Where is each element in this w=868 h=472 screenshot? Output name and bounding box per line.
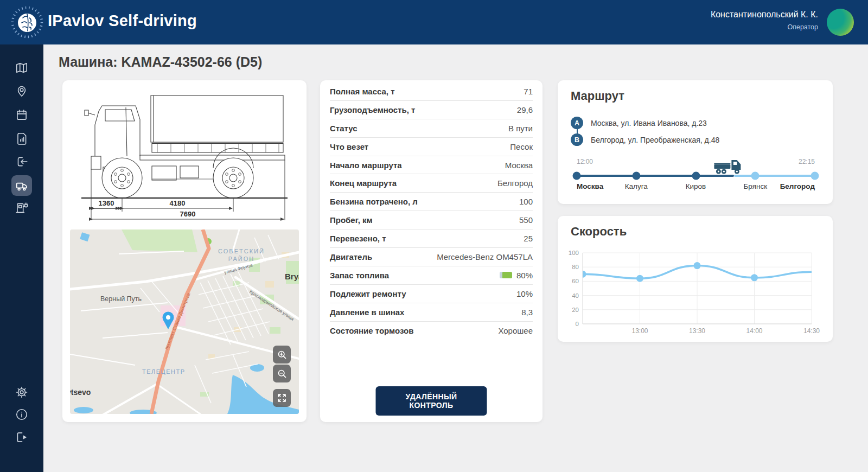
svg-text:Верный Путь: Верный Путь: [100, 295, 142, 303]
spec-row: Полная масса, т71: [330, 82, 533, 101]
route-timeline: [577, 171, 815, 180]
app-root: IPavlov Self-driving Константинопольский…: [0, 0, 868, 472]
route-stop-label: Калуга: [625, 182, 648, 190]
route-stop-label: Москва: [577, 182, 603, 190]
svg-text:vtsevo: vtsevo: [70, 388, 91, 397]
svg-text:100: 100: [569, 250, 579, 256]
avatar[interactable]: [827, 9, 854, 36]
location-pin-icon: [15, 84, 29, 98]
sidebar: [0, 44, 43, 472]
route-stop-dot: [692, 172, 700, 180]
route-marker-a: A: [571, 117, 583, 129]
route-remaining-line: [734, 175, 815, 177]
map-fullscreen-button[interactable]: [273, 389, 291, 407]
svg-text:Brya: Brya: [285, 272, 299, 281]
sidebar-item-reports[interactable]: [15, 131, 29, 145]
svg-text:РАЙОН: РАЙОН: [228, 256, 254, 262]
sidebar-item-vehicles[interactable]: [11, 175, 32, 196]
spec-value: 8,3: [521, 308, 533, 317]
svg-text:13:30: 13:30: [689, 327, 705, 335]
spec-row: СтатусВ пути: [330, 119, 533, 138]
spec-value: 25: [524, 234, 533, 243]
route-point-b: B Белгород, ул. Преображенская, д.48: [571, 133, 719, 146]
vehicle-card: 1360 4180 7690: [62, 80, 307, 422]
info-icon: [15, 407, 29, 422]
route-timeline-labels: МоскваКалугаКировБрянскБелгород: [577, 182, 815, 192]
zoom-out-icon: [276, 368, 288, 379]
spec-value: 80%: [500, 271, 533, 280]
svg-text:ТЕЛЕЦЕНТР: ТЕЛЕЦЕНТР: [142, 368, 186, 375]
truck-progress-icon: [713, 158, 742, 176]
svg-text:СОВЕТСКИЙ: СОВЕТСКИЙ: [218, 248, 265, 254]
user-name: Константинопольский К. К.: [711, 10, 818, 20]
route-stop-dot: [573, 172, 581, 180]
spec-value: 100: [519, 197, 533, 206]
sidebar-item-location[interactable]: [15, 84, 29, 98]
sidebar-item-info[interactable]: [15, 407, 29, 422]
route-stop-label: Брянск: [743, 182, 767, 190]
app-title: IPavlov Self-driving: [48, 12, 197, 30]
svg-text:1360: 1360: [99, 199, 114, 207]
sidebar-item-settings[interactable]: [15, 385, 29, 399]
spec-value: Москва: [505, 161, 533, 170]
route-address-a: Москва, ул. Ивана Иванова, д.23: [591, 119, 707, 127]
svg-text:13:00: 13:00: [631, 327, 648, 335]
zoom-in-icon: [276, 349, 288, 360]
spec-row: Давление в шинах8,3: [330, 303, 533, 322]
map-graphic: улица Фрунзе Красноармейская улица просп…: [70, 229, 299, 414]
spec-value: Хорошее: [498, 326, 533, 335]
app-header: IPavlov Self-driving Константинопольский…: [0, 0, 868, 44]
svg-text:80: 80: [572, 264, 579, 270]
spec-row: Перевезено, т25: [330, 229, 533, 248]
route-stop-label: Киров: [686, 182, 706, 190]
route-card: Маршрут A Москва, ул. Ивана Иванова, д.2…: [558, 80, 833, 204]
spec-label: Что везет: [330, 142, 368, 151]
route-timeline-times: 12:00 22:15: [577, 158, 815, 165]
speed-card: Скорость 02040608010013:0013:3014:0014:3…: [558, 216, 833, 342]
speed-chart: 02040608010013:0013:3014:0014:30: [566, 246, 827, 339]
spec-label: Запас топлива: [330, 271, 389, 280]
svg-text:0: 0: [576, 321, 579, 327]
spec-value: Белгород: [497, 178, 533, 188]
spec-row: Бензина потрачено, л100: [330, 193, 533, 211]
report-file-icon: [15, 131, 29, 145]
svg-text:20: 20: [572, 307, 579, 313]
route-stop-dot: [811, 172, 819, 180]
spec-row: ДвигательMercedes-Benz OM457LA: [330, 248, 533, 266]
spec-row: Начало маршрутаМосква: [330, 156, 533, 175]
svg-text:60: 60: [572, 278, 579, 284]
spec-row: Грузоподъемность, т29,6: [330, 101, 533, 119]
login-icon: [15, 155, 29, 169]
spec-row: Пробег, км550: [330, 211, 533, 229]
specs-card: Полная масса, т71Грузоподъемность, т29,6…: [320, 80, 542, 422]
spec-label: Грузоподъемность, т: [330, 105, 415, 114]
spec-row: Подлежит ремонту10%: [330, 285, 533, 303]
spec-row: Запас топлива80%: [330, 266, 533, 285]
map-icon: [15, 61, 29, 75]
svg-text:14:30: 14:30: [803, 327, 820, 335]
sidebar-item-map[interactable]: [15, 61, 29, 75]
page-title: Машина: KAMAZ-43502-66 (D5): [59, 54, 262, 70]
map-zoom-out-button[interactable]: [273, 365, 291, 382]
remote-control-button[interactable]: УДАЛЁННЫЙ КОНТРОЛЬ: [376, 386, 487, 416]
route-address-b: Белгород, ул. Преображенская, д.48: [591, 136, 719, 144]
route-stop-dot: [632, 172, 640, 180]
speed-card-title: Скорость: [571, 225, 627, 239]
mini-map[interactable]: улица Фрунзе Красноармейская улица просп…: [70, 229, 299, 414]
spec-value: 71: [524, 87, 533, 96]
spec-label: Состояние тормозов: [330, 326, 413, 335]
spec-label: Пробег, км: [330, 215, 373, 225]
spec-value: 10%: [516, 289, 533, 298]
sidebar-item-logout[interactable]: [15, 430, 29, 444]
user-info[interactable]: Константинопольский К. К. Оператор: [711, 10, 818, 31]
spec-label: Подлежит ремонту: [330, 289, 406, 298]
sidebar-item-charging[interactable]: [15, 201, 29, 215]
specs-table: Полная масса, т71Грузоподъемность, т29,6…: [330, 82, 533, 339]
map-zoom-in-button[interactable]: [273, 346, 291, 363]
route-card-title: Маршрут: [571, 89, 624, 103]
svg-text:4180: 4180: [170, 199, 186, 207]
sidebar-item-schedule[interactable]: [15, 108, 29, 122]
spec-label: Статус: [330, 124, 358, 133]
spec-label: Давление в шинах: [330, 308, 404, 317]
sidebar-item-login[interactable]: [15, 155, 29, 169]
